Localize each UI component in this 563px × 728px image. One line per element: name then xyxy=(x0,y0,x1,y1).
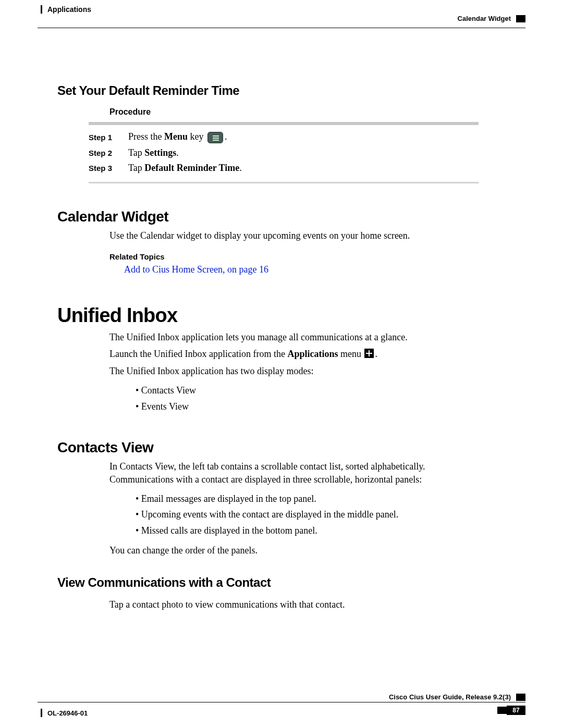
footer-left: OL-26946-01 xyxy=(41,709,88,717)
contacts-p2: You can change the order of the panels. xyxy=(109,544,479,557)
step-2: Step 2 Tap Settings. xyxy=(89,145,479,161)
step-2-tail: . xyxy=(176,147,179,158)
step-1: Step 1 Press the Menu key . xyxy=(89,129,479,145)
step-2-body: Tap Settings. xyxy=(128,147,179,158)
unified-p1: The Unified Inbox application lets you m… xyxy=(109,331,479,343)
page-header: Applications Calendar Widget xyxy=(38,5,525,28)
footer-doc-id: OL-26946-01 xyxy=(47,709,88,717)
step-2-prefix: Tap xyxy=(128,147,144,158)
footer-guide-title: Cisco Cius User Guide, Release 9.2(3) xyxy=(389,693,511,701)
unified-p3: The Unified Inbox application has two di… xyxy=(109,365,479,377)
step-1-suffix: key xyxy=(188,131,206,142)
step-3-bold: Default Reminder Time xyxy=(144,163,239,173)
section-title-widget: Calendar Widget xyxy=(57,208,479,225)
step-3-prefix: Tap xyxy=(128,163,144,173)
step-1-label: Step 1 xyxy=(89,133,118,142)
contacts-b3: Missed calls are displayed in the bottom… xyxy=(136,523,479,539)
header-chapter: Applications xyxy=(47,5,91,14)
footer-block-icon-2 xyxy=(497,707,507,714)
page-footer: Cisco Cius User Guide, Release 9.2(3) 87… xyxy=(38,702,525,722)
step-1-body: Press the Menu key . xyxy=(128,131,227,143)
footer-block-icon xyxy=(516,694,525,701)
unified-p2-prefix: Launch the Unified Inbox application fro… xyxy=(109,349,287,359)
footer-page-number: 87 xyxy=(507,706,525,715)
unified-p2-suffix: menu xyxy=(338,349,363,359)
section-title-reminder: Set Your Default Reminder Time xyxy=(57,83,479,98)
step-3-label: Step 3 xyxy=(89,164,118,172)
header-right: Calendar Widget xyxy=(458,15,525,22)
step-1-prefix: Press the xyxy=(128,131,164,142)
contacts-b2: Upcoming events with the contact are dis… xyxy=(136,507,479,523)
section-title-contacts: Contacts View xyxy=(57,439,479,456)
section-title-viewcomm: View Communications with a Contact xyxy=(57,575,479,590)
procedure-label: Procedure xyxy=(109,107,479,117)
unified-p2-bold: Applications xyxy=(287,349,338,359)
header-bar-icon xyxy=(41,5,42,14)
unified-b1: Contacts View xyxy=(136,382,479,399)
step-1-bold: Menu xyxy=(164,131,188,142)
contacts-bullets: Email messages are displayed in the top … xyxy=(136,491,479,539)
section-title-unified: Unified Inbox xyxy=(57,304,479,327)
footer-right: Cisco Cius User Guide, Release 9.2(3) 87 xyxy=(389,693,525,701)
applications-menu-icon xyxy=(364,349,374,358)
contacts-b1: Email messages are displayed in the top … xyxy=(136,491,479,507)
step-3-body: Tap Default Reminder Time. xyxy=(128,163,242,174)
procedure-steps: Step 1 Press the Menu key . Step 2 Tap S… xyxy=(89,129,479,176)
related-link[interactable]: Add to Cius Home Screen, on page 16 xyxy=(124,264,479,275)
rule-top xyxy=(89,122,479,125)
footer-bar-icon xyxy=(41,709,42,717)
step-2-label: Step 2 xyxy=(89,149,118,157)
unified-bullets: Contacts View Events View xyxy=(136,382,479,414)
unified-p2-tail: . xyxy=(375,349,377,359)
step-1-tail: . xyxy=(225,131,227,142)
header-left: Applications xyxy=(41,5,91,14)
rule-bottom xyxy=(89,182,479,183)
header-block-icon xyxy=(516,15,525,22)
unified-p2: Launch the Unified Inbox application fro… xyxy=(109,348,479,360)
related-topics-label: Related Topics xyxy=(109,252,479,261)
header-section: Calendar Widget xyxy=(458,15,511,22)
step-3: Step 3 Tap Default Reminder Time. xyxy=(89,161,479,176)
viewcomm-p1: Tap a contact photo to view communicatio… xyxy=(109,598,479,611)
menu-key-icon xyxy=(207,132,223,143)
widget-para: Use the Calendar widget to display your … xyxy=(109,229,479,242)
content-area: Set Your Default Reminder Time Procedure… xyxy=(57,68,479,615)
step-3-tail: . xyxy=(239,163,242,173)
unified-b2: Events View xyxy=(136,399,479,415)
contacts-p1: In Contacts View, the left tab contains … xyxy=(109,460,479,486)
step-2-bold: Settings xyxy=(144,147,176,158)
